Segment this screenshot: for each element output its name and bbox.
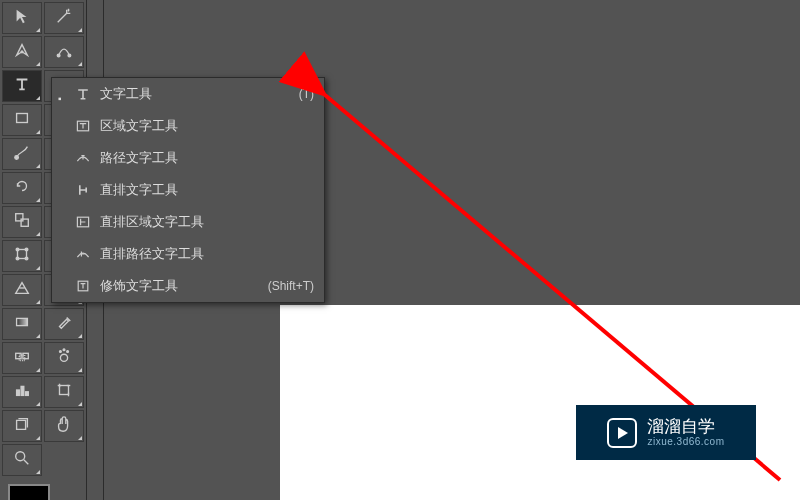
vtype-icon [72,182,94,198]
wand-icon [55,7,73,29]
svg-point-26 [63,349,65,351]
scale-tool[interactable] [2,206,42,238]
eyedropper-icon [55,313,73,335]
flyout-shortcut: (T) [299,87,314,101]
svg-rect-23 [19,355,24,360]
perspective-grid-tool[interactable] [2,274,42,306]
svg-rect-31 [60,386,69,395]
svg-rect-28 [17,390,20,395]
flyout-label: 直排区域文字工具 [100,213,314,231]
magic-wand-tool[interactable] [44,2,84,34]
svg-point-36 [16,452,25,461]
svg-rect-8 [21,219,28,226]
flyout-item-3[interactable]: 直排文字工具 [52,174,324,206]
svg-rect-21 [16,353,21,358]
fill-stroke-swatch[interactable] [2,478,84,500]
flyout-label: 路径文字工具 [100,149,314,167]
svg-line-37 [24,460,29,465]
svg-point-11 [25,248,28,251]
zoom-tool[interactable] [2,444,42,476]
slice-icon [13,415,31,437]
svg-point-24 [60,354,67,361]
play-icon [607,418,637,448]
selected-dot-icon [58,122,66,130]
direct-selection-tool[interactable] [2,2,42,34]
artboard-tool[interactable] [44,376,84,408]
rectangle-tool[interactable] [2,104,42,136]
type-icon [72,86,94,102]
selected-dot-icon [58,250,66,258]
svg-point-6 [15,156,19,160]
rect-icon [13,109,31,131]
svg-point-27 [67,351,69,353]
eyedropper-tool[interactable] [44,308,84,340]
svg-point-12 [16,257,19,260]
blend-icon [13,347,31,369]
cursor-icon [13,7,31,29]
areatype-icon [72,118,94,134]
svg-point-0 [21,51,23,53]
free-icon [13,245,31,267]
flyout-item-0[interactable]: 文字工具 (T) [52,78,324,110]
pen-icon [13,41,31,63]
brush-icon [13,143,31,165]
curvepen-icon [55,41,73,63]
flyout-label: 区域文字工具 [100,117,314,135]
svg-rect-4 [17,114,28,123]
type-tool[interactable] [2,70,42,102]
svg-rect-29 [21,386,24,395]
flyout-item-2[interactable]: 路径文字工具 [52,142,324,174]
symbol-sprayer-tool[interactable] [44,342,84,374]
flyout-item-4[interactable]: 直排区域文字工具 [52,206,324,238]
gradient-icon [13,313,31,335]
graph-icon [13,381,31,403]
svg-rect-7 [16,214,23,221]
watermark-sub: zixue.3d66.com [647,436,724,447]
slice-tool[interactable] [2,410,42,442]
column-graph-tool[interactable] [2,376,42,408]
zoom-icon [13,449,31,471]
hand-tool[interactable] [44,410,84,442]
svg-point-1 [57,54,60,57]
selected-dot-icon [58,90,66,98]
type-tool-flyout: 文字工具 (T) 区域文字工具 路径文字工具 直排文字工具 直排区域文字工具 直… [51,77,325,303]
svg-point-10 [16,248,19,251]
flyout-item-5[interactable]: 直排路径文字工具 [52,238,324,270]
selected-dot-icon [58,186,66,194]
perspective-icon [13,279,31,301]
rotate-icon [13,177,31,199]
flyout-item-6[interactable]: 修饰文字工具 (Shift+T) [52,270,324,302]
hand-icon [55,415,73,437]
flyout-label: 文字工具 [100,85,299,103]
selected-dot-icon [58,218,66,226]
selected-dot-icon [58,282,66,290]
watermark-title: 溜溜自学 [647,418,724,437]
watermark-badge: 溜溜自学 zixue.3d66.com [576,405,756,460]
fill-swatch[interactable] [8,484,50,500]
flyout-shortcut: (Shift+T) [268,279,314,293]
svg-point-13 [25,257,28,260]
artboard-icon [55,381,73,403]
svg-rect-20 [17,318,28,325]
flyout-label: 直排路径文字工具 [100,245,314,263]
svg-rect-22 [23,353,28,358]
paintbrush-tool[interactable] [2,138,42,170]
canvas-artboard[interactable] [280,305,800,500]
type-icon [13,75,31,97]
svg-point-2 [68,54,71,57]
gradient-tool[interactable] [2,308,42,340]
curvature-pen-tool[interactable] [44,36,84,68]
vpathtype-icon [72,246,94,262]
pen-tool[interactable] [2,36,42,68]
free-transform-tool[interactable] [2,240,42,272]
sprayer-icon [55,347,73,369]
flyout-label: 修饰文字工具 [100,277,268,295]
vareatype-icon [72,214,94,230]
selected-dot-icon [58,154,66,162]
blend-tool[interactable] [2,342,42,374]
scaletool-icon [13,211,31,233]
svg-rect-30 [26,392,29,396]
svg-point-25 [60,351,62,353]
rotate-tool[interactable] [2,172,42,204]
flyout-item-1[interactable]: 区域文字工具 [52,110,324,142]
